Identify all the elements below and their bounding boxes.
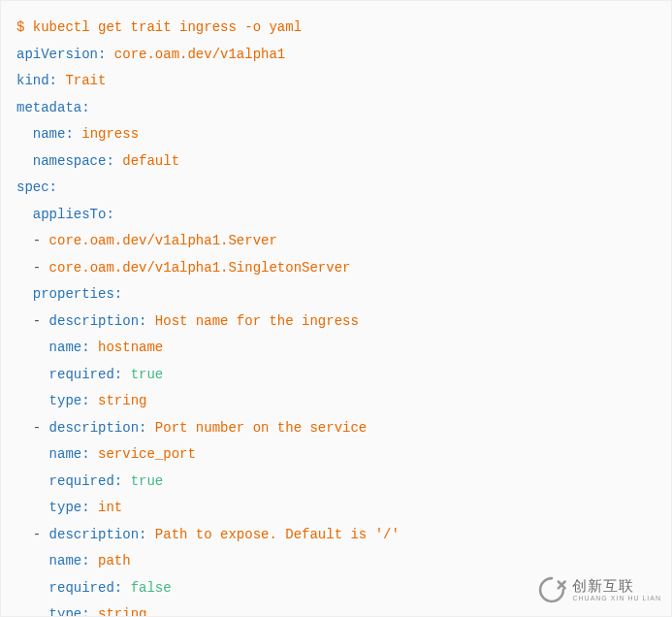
yaml-line: name: ingress [16,121,656,148]
yaml-value: int [90,500,123,515]
yaml-key: appliesTo: [33,207,114,222]
watermark-logo-icon [535,573,568,606]
watermark-en-text: CHUANG XIN HU LIAN [572,595,661,601]
yaml-key: apiVersion: [16,47,106,62]
yaml-dash: - [33,527,41,542]
yaml-line: name: path [16,548,656,575]
indent [16,233,33,248]
indent [16,446,49,462]
yaml-dash: - [33,233,41,248]
yaml-key: name: [33,126,74,142]
yaml-key: type: [49,606,90,617]
indent [16,260,33,276]
yaml-dash: - [33,260,41,276]
watermark-text: 创新互联 CHUANG XIN HU LIAN [572,578,661,601]
yaml-value: true [122,367,163,382]
yaml-value: core.oam.dev/v1alpha1.SingletonServer [41,260,350,276]
yaml-dash: - [33,420,41,436]
indent [16,367,49,382]
yaml-key: required: [49,367,123,382]
yaml-key: spec: [16,179,57,195]
yaml-key: metadata: [16,100,90,115]
watermark-cn-text: 创新互联 [572,578,661,593]
yaml-line: type: string [16,388,656,415]
yaml-key: type: [49,500,90,515]
yaml-value: string [90,606,147,617]
indent [16,207,33,222]
indent [16,527,33,542]
yaml-value: Path to expose. Default is '/' [146,527,399,542]
indent [16,553,49,568]
yaml-key: description: [41,420,146,436]
yaml-line: - description: Host name for the ingress [16,308,656,336]
yaml-line: apiVersion: core.oam.dev/v1alpha1 [16,42,656,69]
yaml-line: name: service_port [16,441,656,469]
indent [16,606,49,617]
indent [16,340,49,355]
yaml-value: false [122,580,171,596]
yaml-line: - description: Path to expose. Default i… [16,522,656,549]
indent [16,580,49,596]
yaml-value: Host name for the ingress [146,313,358,329]
yaml-value: service_port [90,446,196,462]
indent [16,420,33,436]
yaml-line: kind: Trait [16,68,656,95]
indent [16,313,33,329]
yaml-line: type: int [16,495,656,522]
yaml-key: properties: [33,286,122,302]
yaml-key: name: [49,340,90,355]
yaml-line: name: hostname [16,335,656,362]
yaml-value: Trait [57,73,106,88]
yaml-value: path [90,553,131,568]
cmd-prompt: $ kubectl get trait ingress [16,19,244,35]
yaml-key: kind: [16,73,57,88]
watermark: 创新互联 CHUANG XIN HU LIAN [535,573,661,606]
yaml-key: required: [49,580,123,596]
indent [16,126,33,142]
yaml-key: name: [49,553,90,568]
yaml-key: namespace: [33,153,114,169]
yaml-value: core.oam.dev/v1alpha1 [106,47,285,62]
cmd-flag: -o [244,19,261,35]
indent [16,473,49,489]
indent [16,500,49,515]
cmd-line: $ kubectl get trait ingress -o yaml [16,15,656,42]
yaml-value: true [122,473,163,489]
yaml-dash: - [33,313,41,329]
yaml-line: properties: [16,281,656,308]
yaml-key: required: [49,473,123,489]
yaml-key: name: [49,446,90,462]
cmd-arg: yaml [261,19,302,35]
yaml-value: hostname [90,340,164,355]
indent [16,393,49,408]
yaml-value: core.oam.dev/v1alpha1.Server [41,233,277,248]
yaml-line: - core.oam.dev/v1alpha1.Server [16,228,656,255]
yaml-line: metadata: [16,95,656,122]
yaml-line: namespace: default [16,148,656,176]
indent [16,153,33,169]
indent [16,286,33,302]
yaml-value: Port number on the service [146,420,367,436]
yaml-key: type: [49,393,90,408]
yaml-key: description: [41,313,146,329]
yaml-line: - core.oam.dev/v1alpha1.SingletonServer [16,255,656,282]
yaml-line: appliesTo: [16,202,656,229]
yaml-value: string [90,393,147,408]
yaml-line: required: true [16,362,656,389]
yaml-line: required: true [16,469,656,496]
yaml-key: description: [41,527,146,542]
yaml-value: default [114,153,179,169]
yaml-value: ingress [74,126,139,142]
yaml-line: - description: Port number on the servic… [16,415,656,442]
yaml-line: spec: [16,175,656,202]
